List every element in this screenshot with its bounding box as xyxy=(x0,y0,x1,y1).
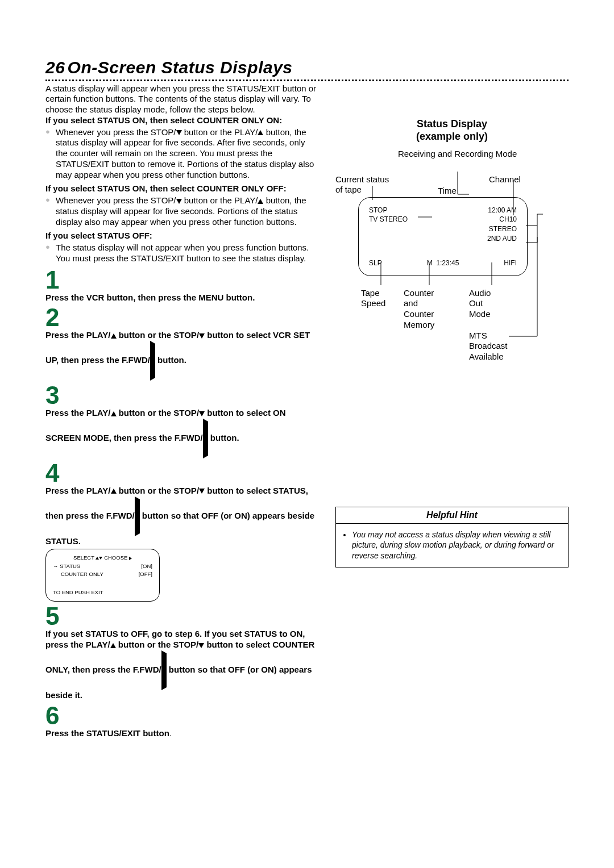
osd-top: SELECT CHOOSE xyxy=(53,554,152,562)
right-column: Status Display (example only) Receiving … xyxy=(335,84,569,739)
t: button or the STOP/ xyxy=(117,408,200,418)
page-title: On-Screen Status Displays xyxy=(68,58,293,77)
osd-row: → STATUS [ON] xyxy=(53,562,152,570)
osd2-row2: SLP M 1:23:45 HIFI xyxy=(369,258,517,268)
triangle-right-icon xyxy=(129,557,132,560)
hint-title: Helpful Hint xyxy=(336,507,568,524)
triangle-up-icon xyxy=(111,489,117,494)
osd-choose: CHOOSE xyxy=(104,554,127,561)
osd2-row1: STOP TV STEREO 12:00 AM CH10 STEREO 2ND … xyxy=(369,206,517,244)
hint-text: You may not access a status display when… xyxy=(352,529,560,562)
helpful-hint-box: Helpful Hint You may not access a status… xyxy=(335,507,569,568)
step-4-number: 4 xyxy=(45,461,318,486)
triangle-up-icon xyxy=(258,130,263,135)
t: button or the PLAY/ xyxy=(182,127,258,137)
step-3-text: Press the PLAY/ button or the STOP/ butt… xyxy=(45,408,318,458)
triangle-right-icon xyxy=(135,496,140,536)
hint-body: You may not access a status display when… xyxy=(336,524,568,567)
label-time: Time xyxy=(438,186,457,197)
t: Press the PLAY/ xyxy=(45,486,111,495)
option1-header: If you select STATUS ON, then select COU… xyxy=(45,115,318,126)
osd-status: → STATUS xyxy=(53,562,80,570)
t: button or the STOP/ xyxy=(117,330,200,340)
option3-header: If you select STATUS OFF: xyxy=(45,231,318,241)
label-channel: Channel xyxy=(489,174,521,185)
t: Status Display xyxy=(335,118,569,131)
t: Press the PLAY/ xyxy=(45,330,111,340)
osd2-tvstereo: TV STEREO xyxy=(369,215,408,224)
option2-list: Whenever you press the STOP/ button or t… xyxy=(45,195,318,227)
label-audio: AudioOutMode xyxy=(469,288,491,320)
osd2-2ndaud: 2ND AUD xyxy=(487,234,517,244)
osd2-stereo: STEREO xyxy=(487,224,517,234)
page-title-text: On-Screen Status Displays xyxy=(68,58,293,77)
left-column: A status display will appear when you pr… xyxy=(45,84,318,739)
t: button. xyxy=(155,355,186,365)
option1-item: Whenever you press the STOP/ button or t… xyxy=(45,127,318,181)
option3-item: The status display will not appear when … xyxy=(45,243,318,264)
step-6-number: 6 xyxy=(45,703,318,728)
t: button or the STOP/ xyxy=(117,486,200,495)
t: M xyxy=(427,259,433,267)
triangle-down-icon xyxy=(199,333,205,339)
triangle-down-icon xyxy=(99,557,102,560)
t: button. xyxy=(208,433,239,443)
t: (example only) xyxy=(335,130,569,143)
triangle-up-icon xyxy=(111,411,117,416)
triangle-down-icon xyxy=(199,489,205,494)
osd2-counter: M 1:23:45 xyxy=(427,258,459,268)
osd-counter-val: [OFF] xyxy=(139,570,152,578)
triangle-up-icon xyxy=(111,333,117,339)
label-counter: CounterandCounterMemory xyxy=(404,288,434,331)
osd-menu-mock: SELECT CHOOSE → STATUS [ON] COUNTER ONLY… xyxy=(45,549,160,602)
triangle-down-icon xyxy=(198,643,204,648)
right-header: Status Display (example only) xyxy=(335,118,569,143)
step-2-number: 2 xyxy=(45,305,318,330)
osd2: STOP TV STEREO 12:00 AM CH10 STEREO 2ND … xyxy=(358,197,528,277)
triangle-up-icon xyxy=(258,199,263,204)
osd2-left: STOP TV STEREO xyxy=(369,206,408,244)
step-5-number: 5 xyxy=(45,604,318,629)
option2-header: If you select STATUS ON, then select COU… xyxy=(45,183,318,194)
t: 1:23:45 xyxy=(436,259,459,267)
intro-text: A status display will appear when you pr… xyxy=(45,84,318,115)
label-tapespeed: TapeSpeed xyxy=(361,288,385,310)
t: Whenever you press the STOP/ xyxy=(56,195,176,205)
triangle-right-icon xyxy=(150,341,155,381)
step-2-text: Press the PLAY/ button or the STOP/ butt… xyxy=(45,330,318,381)
osd2-stop: STOP xyxy=(369,206,408,215)
triangle-up-icon xyxy=(110,643,116,648)
t: button or the STOP/ xyxy=(116,640,199,649)
triangle-down-icon xyxy=(176,199,182,204)
label-receiving: Receiving and Recording Mode xyxy=(398,149,512,160)
option2-item: Whenever you press the STOP/ button or t… xyxy=(45,195,318,227)
t: Whenever you press the STOP/ xyxy=(56,127,176,137)
osd2-ch: CH10 xyxy=(487,215,517,224)
t: . xyxy=(169,728,172,738)
option1-list: Whenever you press the STOP/ button or t… xyxy=(45,127,318,181)
t: Press the PLAY/ xyxy=(45,408,111,418)
osd2-right: 12:00 AM CH10 STEREO 2ND AUD xyxy=(487,206,517,244)
triangle-right-icon xyxy=(161,650,167,690)
osd-select: SELECT xyxy=(73,554,94,561)
step-4-text: Press the PLAY/ button or the STOP/ butt… xyxy=(45,486,318,547)
step-1-number: 1 xyxy=(45,268,318,293)
osd2-clock: 12:00 AM xyxy=(487,206,517,215)
triangle-down-icon xyxy=(199,411,205,416)
status-display-diagram: Receiving and Recording Mode Current sta… xyxy=(335,149,569,370)
osd-end: TO END PUSH EXIT xyxy=(53,589,152,596)
label-mts: MTSBroadcastAvailable xyxy=(469,331,508,362)
page-title-row: 26 On-Screen Status Displays xyxy=(45,57,569,81)
osd2-slp: SLP xyxy=(369,258,382,268)
step-1-text: Press the VCR button, then press the MEN… xyxy=(45,293,318,303)
page-number: 26 xyxy=(45,58,65,77)
label-current: Current statusof tape xyxy=(335,174,389,196)
osd-counter: COUNTER ONLY xyxy=(53,570,103,578)
t: STATUS xyxy=(60,563,80,569)
t: Press the STATUS/EXIT button xyxy=(45,728,169,738)
osd-status-val: [ON] xyxy=(141,562,152,570)
t: button or the PLAY/ xyxy=(182,195,258,205)
osd-row: COUNTER ONLY [OFF] xyxy=(53,570,152,578)
triangle-down-icon xyxy=(176,130,182,135)
columns: A status display will appear when you pr… xyxy=(45,84,569,739)
